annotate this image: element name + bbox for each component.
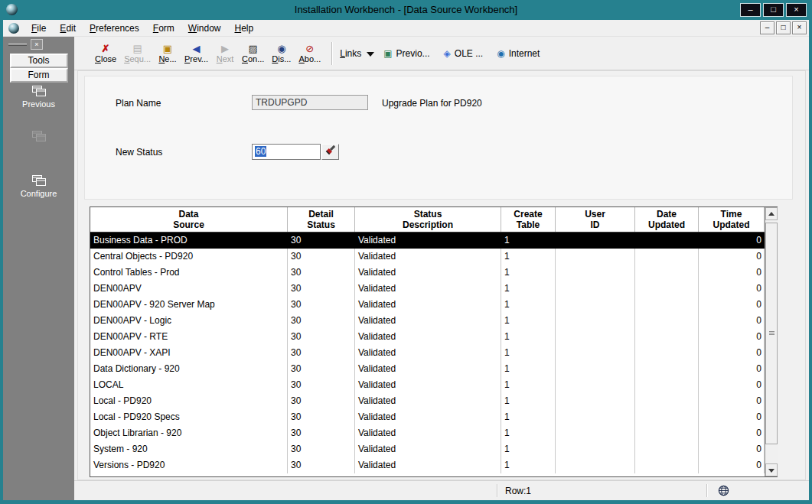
- sidebar-handle[interactable]: [8, 44, 27, 46]
- menu-preferences[interactable]: Preferences: [83, 21, 146, 35]
- abort-button[interactable]: ⊘ Abo...: [295, 41, 324, 65]
- menu-form[interactable]: Form: [146, 21, 181, 35]
- menu-edit[interactable]: Edit: [53, 21, 83, 35]
- table-cell: Validated: [355, 281, 501, 297]
- sidebar-tab-form[interactable]: Form: [10, 68, 68, 83]
- table-cell: 1: [501, 232, 556, 249]
- table-row[interactable]: DEN00APV - Logic30Validated10: [90, 313, 765, 329]
- scroll-down-icon[interactable]: [765, 463, 778, 476]
- table-cell: [556, 377, 635, 393]
- mdi-minimize-button[interactable]: –: [760, 21, 774, 34]
- column-header-line: ID: [591, 219, 600, 230]
- menu-file[interactable]: File: [24, 21, 53, 35]
- mdi-restore-button[interactable]: □: [776, 21, 791, 34]
- table-row[interactable]: DEN00APV30Validated10: [90, 281, 765, 297]
- table-cell: 1: [501, 377, 556, 393]
- table-row[interactable]: Versions - PD92030Validated10: [90, 457, 765, 473]
- table-row[interactable]: Business Data - PROD30Validated10: [90, 232, 765, 249]
- display-button[interactable]: ◉ Dis...: [268, 41, 295, 65]
- flashlight-icon: [324, 144, 337, 160]
- table-cell: 30: [288, 425, 355, 441]
- table-cell: 1: [501, 393, 556, 409]
- table-row[interactable]: Local - PD92030Validated10: [90, 393, 765, 409]
- previous-record-button[interactable]: ◀ Prev...: [181, 41, 212, 65]
- table-cell: 0: [699, 361, 765, 377]
- form-content: Plan Name Upgrade Plan for PD920 New Sta…: [77, 70, 806, 480]
- close-window-button[interactable]: ×: [786, 3, 807, 17]
- mdi-close-button[interactable]: ×: [792, 21, 807, 34]
- link-ole[interactable]: ◈ OLE ...: [444, 48, 484, 59]
- sidebar-item-configure[interactable]: Configure: [3, 174, 74, 198]
- table-row[interactable]: Central Objects - PD92030Validated10: [90, 249, 765, 265]
- table-row[interactable]: DEN00APV - XAPI30Validated10: [90, 345, 765, 361]
- table-cell: Validated: [355, 377, 501, 393]
- table-row[interactable]: Data Dictionary - 92030Validated10: [90, 361, 765, 377]
- table-cell: DEN00APV - RTE: [90, 329, 288, 345]
- configure-button[interactable]: ▨ Con...: [238, 41, 268, 65]
- table-cell: [556, 329, 635, 345]
- display-icon: ◉: [277, 43, 285, 54]
- table-cell: [635, 361, 699, 377]
- sidebar-tab-tools[interactable]: Tools: [10, 54, 68, 68]
- table-cell: Versions - PD920: [90, 457, 288, 473]
- table-row[interactable]: DEN00APV - 920 Server Map30Validated10: [90, 297, 765, 313]
- link-internet[interactable]: ◉ Internet: [497, 48, 540, 59]
- new-status-field[interactable]: 60: [252, 144, 321, 160]
- mdi-app-icon[interactable]: [8, 23, 19, 34]
- plan-name-label: Plan Name: [116, 98, 161, 109]
- column-header-line: Updated: [648, 219, 685, 230]
- grid-scrollbar[interactable]: [765, 207, 778, 476]
- table-row[interactable]: LOCAL30Validated10: [90, 377, 765, 393]
- maximize-button[interactable]: □: [763, 3, 784, 17]
- titlebar[interactable]: Installation Workbench - [Data Source Wo…: [0, 0, 812, 20]
- column-header-line: Status: [414, 209, 442, 219]
- table-cell: [635, 441, 699, 457]
- menu-window[interactable]: Window: [181, 21, 228, 35]
- column-header-detail-status[interactable]: Detail Status: [288, 207, 355, 232]
- plan-name-field: [252, 95, 368, 110]
- table-cell: Business Data - PROD: [90, 232, 288, 249]
- table-cell: 0: [699, 377, 765, 393]
- table-cell: [556, 232, 635, 249]
- table-row[interactable]: Control Tables - Prod30Validated10: [90, 265, 765, 281]
- next-number-button[interactable]: ▣ Ne...: [155, 41, 181, 65]
- table-cell: 30: [288, 297, 355, 313]
- table-cell: Validated: [355, 297, 501, 313]
- window-title: Installation Workbench - [Data Source Wo…: [0, 4, 812, 15]
- column-header-status-description[interactable]: Status Description: [355, 207, 501, 232]
- scroll-up-icon[interactable]: [765, 207, 778, 220]
- column-header-create-table[interactable]: Create Table: [501, 207, 556, 232]
- table-cell: 30: [288, 249, 355, 265]
- chevron-down-icon[interactable]: [367, 52, 374, 57]
- column-header-line: Date: [657, 209, 677, 219]
- links-menu[interactable]: Links: [340, 48, 383, 59]
- table-cell: Validated: [355, 361, 501, 377]
- table-cell: 1: [501, 329, 556, 345]
- table-cell: 1: [501, 409, 556, 425]
- scroll-thumb[interactable]: [765, 223, 778, 444]
- sidebar: Tools Form Previous: [3, 37, 74, 500]
- column-header-data-source[interactable]: Data Source: [90, 207, 288, 232]
- table-row[interactable]: Local - PD920 Specs30Validated10: [90, 409, 765, 425]
- configure-form-icon: [31, 174, 47, 187]
- table-row[interactable]: System - 92030Validated10: [90, 441, 765, 457]
- minimize-button[interactable]: –: [740, 3, 761, 17]
- table-cell: 0: [699, 232, 765, 249]
- table-cell: [556, 281, 635, 297]
- column-header-user-id[interactable]: User ID: [556, 207, 635, 232]
- link-ole-label: OLE ...: [455, 48, 483, 59]
- visual-assist-button[interactable]: [321, 144, 339, 160]
- link-internet-label: Internet: [509, 48, 540, 59]
- sidebar-close-icon[interactable]: [31, 39, 43, 50]
- column-header-date-updated[interactable]: Date Updated: [635, 207, 699, 232]
- table-cell: 30: [288, 361, 355, 377]
- column-header-time-updated[interactable]: Time Updated: [699, 207, 765, 232]
- menu-help[interactable]: Help: [227, 21, 260, 35]
- sidebar-item-previous[interactable]: Previous: [3, 85, 74, 109]
- table-row[interactable]: DEN00APV - RTE30Validated10: [90, 329, 765, 345]
- close-button[interactable]: ✗ Close: [91, 41, 120, 65]
- column-header-line: Updated: [713, 219, 750, 230]
- link-previous[interactable]: ▣ Previo...: [383, 48, 429, 59]
- window-body: File Edit Preferences Form Window Help –…: [3, 20, 809, 500]
- table-row[interactable]: Object Librarian - 92030Validated10: [90, 425, 765, 441]
